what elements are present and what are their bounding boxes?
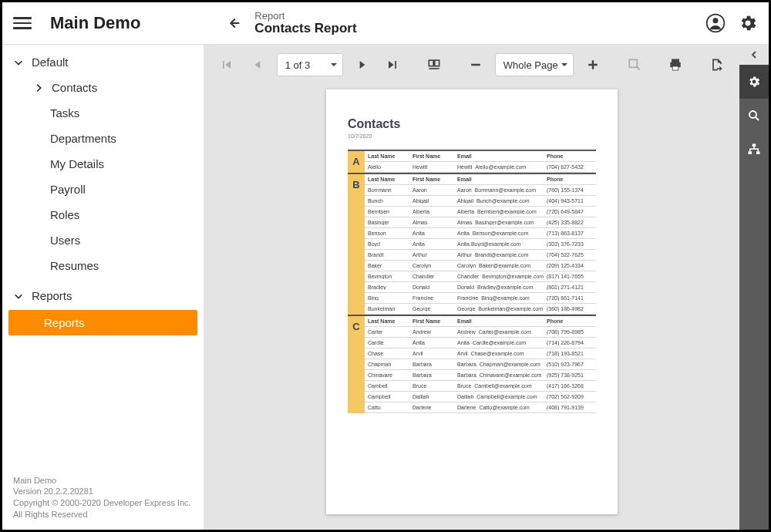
cell: (425) 335-8822: [547, 220, 593, 225]
table-row: BunkelmanGeorgeGeorge_Bunkelman@example.…: [365, 304, 596, 315]
cell: Bunkelman: [368, 306, 412, 311]
app-frame: Main Demo Report Contacts Report Default…: [0, 0, 771, 532]
nav-item-departments[interactable]: Departments: [2, 126, 204, 151]
table-row: BorrmannAaronAaron_Borrmann@example.com(…: [365, 185, 596, 196]
nav-item-reports[interactable]: Reports: [8, 310, 197, 335]
table-row: BradleyDonaldDonald_Bradley@example.com(…: [365, 282, 596, 293]
settings-gear-icon[interactable]: [738, 13, 758, 33]
rail-document-map-button[interactable]: [739, 133, 769, 167]
nav-item-tasks[interactable]: Tasks: [2, 100, 204, 126]
nav-group-default[interactable]: Default: [2, 49, 204, 75]
cell: Francine: [412, 295, 457, 301]
rail-collapse-button[interactable]: [739, 45, 769, 65]
cell: (704) 827-5432: [547, 164, 593, 170]
cell: Aaron: [412, 187, 457, 193]
cell: Basinger: [368, 220, 412, 225]
cell: (708) 799-8985: [547, 329, 593, 335]
right-rail: [739, 45, 769, 530]
column-header: Phone: [547, 153, 593, 159]
cell: (510) 923-7967: [547, 362, 593, 367]
column-header: First Name: [412, 153, 457, 159]
nav-item-users[interactable]: Users: [2, 227, 204, 253]
nav-group-reports[interactable]: Reports: [2, 283, 204, 308]
cell: Bradley: [368, 285, 412, 290]
rail-search-button[interactable]: [739, 99, 769, 133]
cell: Benson: [368, 231, 412, 236]
first-page-button[interactable]: [215, 53, 238, 76]
column-header: Last Name: [368, 177, 412, 182]
cell: Carolyn: [412, 263, 457, 268]
cell: (404) 943-5711: [547, 198, 593, 204]
last-page-button[interactable]: [381, 53, 404, 76]
nav-item-contacts[interactable]: Contacts: [2, 75, 204, 100]
multipage-toggle-button[interactable]: [423, 53, 446, 76]
cell: (408) 791-9139: [547, 405, 593, 410]
nav-item-resumes[interactable]: Resumes: [2, 253, 204, 278]
print-button[interactable]: [664, 53, 687, 76]
nav-item-payroll[interactable]: Payroll: [2, 177, 204, 202]
column-header: Phone: [547, 318, 593, 324]
zoom-out-button[interactable]: [464, 53, 487, 76]
nav-item-roles[interactable]: Roles: [2, 202, 204, 227]
breadcrumb: Report Contacts Report: [225, 11, 356, 36]
next-page-button[interactable]: [351, 53, 374, 76]
cell: Bunch: [368, 198, 412, 204]
zoom-select-value: Whole Page: [503, 59, 558, 71]
svg-rect-7: [752, 144, 756, 147]
cell: Bruce_Cambell@example.com: [457, 383, 547, 389]
report-section: CLast NameFirst NameEmailPhoneCarterAndr…: [348, 315, 596, 413]
sidebar: Default Contacts Tasks Departments My De…: [2, 45, 204, 530]
cell: Barbara_Chapman@example.com: [457, 362, 547, 367]
report-section: BLast NameFirst NameEmailPhoneBorrmannAa…: [348, 173, 596, 315]
cell: Chinavare: [368, 372, 412, 378]
chevron-down-icon: [330, 61, 338, 69]
cell: Brandt: [368, 252, 412, 258]
zoom-select-combo[interactable]: Whole Page: [495, 53, 574, 76]
table-header-row: Last NameFirst NameEmailPhone: [365, 174, 596, 185]
nav-tree: Default Contacts Tasks Departments My De…: [2, 45, 204, 467]
nav-item-my-details[interactable]: My Details: [2, 151, 204, 177]
page-select-combo[interactable]: 1 of 3: [277, 53, 343, 76]
prev-page-button[interactable]: [246, 53, 269, 76]
cell: Alberta: [412, 209, 457, 214]
user-account-icon[interactable]: [705, 13, 726, 33]
cell: Baker: [368, 263, 412, 268]
gear-icon: [747, 75, 761, 89]
column-header: Email: [457, 153, 547, 159]
cell: Hewitt_Aiello@example.com: [457, 164, 547, 170]
highlight-editing-button[interactable]: [623, 53, 646, 76]
svg-rect-2: [429, 60, 433, 66]
rail-settings-button[interactable]: [739, 65, 769, 99]
svg-rect-5: [673, 67, 678, 70]
cell: (817) 141-7655: [547, 274, 593, 279]
zoom-in-button[interactable]: [581, 53, 604, 76]
table-row: BrandtArthurArthur_Brandt@example.com(70…: [365, 250, 596, 261]
cell: Dalilah_Campbell@example.com: [457, 394, 547, 399]
search-icon: [747, 109, 761, 123]
back-arrow-icon[interactable]: [225, 15, 242, 32]
column-header: First Name: [412, 318, 457, 324]
cell: Darlene_Catto@example.com: [457, 405, 547, 410]
table-row: CattoDarleneDarlene_Catto@example.com(40…: [365, 402, 596, 413]
chevron-down-icon: [13, 291, 24, 301]
cell: George: [412, 306, 457, 311]
cell: Anita_Cardle@example.com: [457, 340, 547, 345]
cell: Chandler: [412, 274, 457, 279]
nav-group-label: Default: [32, 56, 69, 69]
cell: Arthur_Brandt@example.com: [457, 252, 547, 258]
page-scroll-area[interactable]: Contacts 10/7/2020 ALast NameFirst NameE…: [204, 85, 739, 530]
cell: (760) 155-1374: [547, 187, 593, 193]
cell: Dalilah: [412, 394, 457, 399]
footer-copyright: Copyright © 2000-2020 Developer Express …: [13, 497, 193, 509]
cell: Arvil: [412, 351, 457, 356]
nav-item-label: Contacts: [52, 81, 97, 94]
cell: Andrew_Carter@example.com: [457, 329, 547, 335]
cell: (714) 226-8794: [547, 340, 593, 345]
cell: (303) 376-7233: [547, 241, 593, 247]
cell: Cardle: [368, 340, 412, 345]
column-header: Last Name: [368, 318, 412, 324]
table-row: ChapmanBarbaraBarbara_Chapman@example.co…: [365, 359, 596, 370]
content-area: 1 of 3 Whole Page: [204, 45, 769, 530]
menu-toggle-button[interactable]: [13, 14, 32, 32]
export-button[interactable]: [705, 53, 729, 76]
